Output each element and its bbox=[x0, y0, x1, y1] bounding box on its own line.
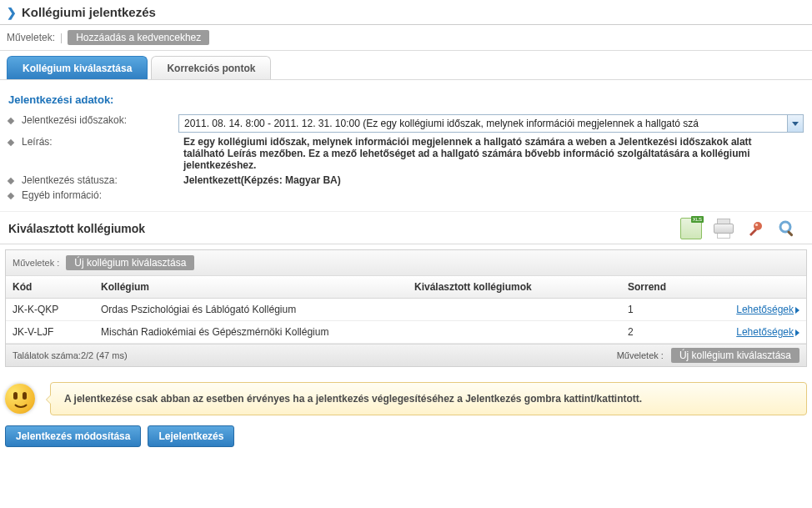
row-options-link[interactable]: Lehetőségek bbox=[736, 326, 799, 338]
new-dorm-button-bottom[interactable]: Új kollégium kiválasztása bbox=[671, 348, 799, 363]
table-row: JK-V-LJFMischán Radiokémiai és Gépészmér… bbox=[6, 321, 806, 344]
status-value: Jelentkezett(Képzés: Magyar BA) bbox=[183, 174, 804, 186]
svg-rect-3 bbox=[787, 230, 794, 237]
svg-point-0 bbox=[754, 222, 762, 230]
chevron-right-icon bbox=[795, 329, 799, 336]
pin-icon[interactable] bbox=[745, 219, 765, 239]
form-section-title: Jelentkezési adatok: bbox=[8, 93, 804, 106]
description-label: Leírás: bbox=[22, 136, 53, 148]
separator: | bbox=[60, 32, 63, 43]
grid-foot-ops-label: Műveletek : bbox=[617, 350, 664, 360]
period-select[interactable]: 2011. 08. 14. 8:00 - 2011. 12. 31. 10:00… bbox=[178, 114, 804, 133]
ops-label: Műveletek: bbox=[7, 32, 55, 43]
period-label: Jelentkezési időszakok: bbox=[22, 114, 127, 126]
chevron-down-icon[interactable] bbox=[787, 115, 803, 132]
cell-kivalasztott bbox=[408, 321, 621, 343]
bullet-icon bbox=[8, 138, 14, 145]
col-kod[interactable]: Kód bbox=[6, 276, 94, 298]
info-message: A jelentkezése csak abban az esetben érv… bbox=[50, 382, 807, 415]
table-row: JK-K-QKPOrdas Pszichológiai és Láblógató… bbox=[6, 299, 806, 321]
bullet-icon bbox=[8, 192, 14, 199]
results-count: Találatok száma:2/2 (47 ms) bbox=[13, 350, 128, 360]
status-label: Jelentkezés státusza: bbox=[22, 174, 118, 186]
svg-point-1 bbox=[755, 224, 758, 226]
modify-application-button[interactable]: Jelentkezés módosítása bbox=[5, 425, 141, 447]
cell-sorrend: 1 bbox=[621, 299, 718, 320]
bullet-icon bbox=[8, 117, 14, 123]
export-xls-icon[interactable] bbox=[680, 218, 702, 239]
cell-kollegium: Mischán Radiokémiai és Gépészmérnöki Kol… bbox=[94, 321, 408, 343]
print-icon[interactable] bbox=[714, 219, 734, 239]
bullet-icon bbox=[8, 177, 14, 184]
grid-ops-label: Műveletek : bbox=[13, 258, 59, 268]
page-title: Kollégiumi jelentkezés bbox=[22, 5, 156, 19]
unsubscribe-button[interactable]: Lejelentkezés bbox=[148, 425, 234, 447]
smiley-icon bbox=[5, 384, 35, 414]
selected-dorms-title: Kiválasztott kollégiumok bbox=[8, 222, 145, 235]
tab-korrekcios-pontok[interactable]: Korrekciós pontok bbox=[151, 56, 271, 79]
tab-kollegium-kivalasztasa[interactable]: Kollégium kiválasztása bbox=[7, 56, 148, 79]
add-to-favorites-button[interactable]: Hozzáadás a kedvencekhez bbox=[68, 30, 209, 45]
col-kivalasztott[interactable]: Kiválasztott kollégiumok bbox=[408, 276, 621, 298]
search-icon[interactable] bbox=[777, 219, 797, 239]
description-value: Ez egy kollégiumi időszak, melynek infor… bbox=[183, 136, 784, 171]
col-sorrend[interactable]: Sorrend bbox=[621, 276, 718, 298]
cell-sorrend: 2 bbox=[621, 321, 718, 343]
dorms-grid: Műveletek : Új kollégium kiválasztása Kó… bbox=[5, 249, 807, 367]
cell-kollegium: Ordas Pszichológiai és Láblógató Kollégi… bbox=[94, 299, 408, 320]
period-select-value: 2011. 08. 14. 8:00 - 2011. 12. 31. 10:00… bbox=[184, 118, 699, 129]
other-info-label: Egyéb információ: bbox=[22, 189, 102, 201]
chevron-right-icon bbox=[795, 307, 799, 314]
cell-kod: JK-V-LJF bbox=[6, 321, 94, 343]
cell-kod: JK-K-QKP bbox=[6, 299, 94, 320]
cell-kivalasztott bbox=[408, 299, 621, 320]
svg-point-2 bbox=[780, 222, 790, 232]
new-dorm-button-top[interactable]: Új kollégium kiválasztása bbox=[66, 255, 194, 270]
title-chevron-icon: ❯ bbox=[7, 6, 17, 19]
col-kollegium[interactable]: Kollégium bbox=[94, 276, 408, 298]
row-options-link[interactable]: Lehetőségek bbox=[736, 304, 799, 315]
col-actions bbox=[718, 276, 806, 298]
